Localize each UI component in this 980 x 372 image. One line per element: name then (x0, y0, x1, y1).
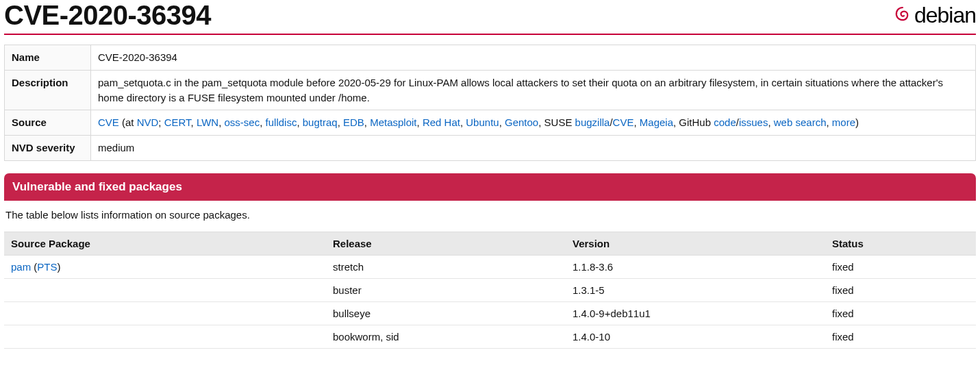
packages-intro: The table below lists information on sou… (5, 209, 976, 221)
pkg-cell-source-package (4, 325, 326, 348)
pkg-cell-status: fixed (825, 301, 976, 325)
pkg-cell-release: bookworm, sid (326, 325, 566, 348)
pkg-cell-status: fixed (825, 325, 976, 348)
source-link-gentoo[interactable]: Gentoo (505, 116, 538, 128)
info-row-description: Description pam_setquota.c in the pam_se… (5, 70, 976, 110)
debian-logo[interactable]: debian (892, 3, 976, 28)
packages-header-row: Source Package Release Version Status (4, 232, 976, 255)
debian-logo-text: debian (914, 3, 976, 28)
source-link-lwn[interactable]: LWN (197, 116, 218, 128)
pkg-cell-status: fixed (825, 278, 976, 301)
pkg-cell-source-package (4, 278, 326, 301)
pkg-header-source-package: Source Package (4, 232, 326, 255)
page-title: CVE-2020-36394 (4, 0, 211, 31)
section-header-vulnerable: Vulnerable and fixed packages (4, 173, 976, 201)
source-link-edb[interactable]: EDB (343, 116, 364, 128)
info-label-nvd-severity: NVD severity (5, 136, 91, 161)
pkg-cell-source-package (4, 301, 326, 325)
source-link-web-search[interactable]: web search (774, 116, 827, 128)
source-link-cve[interactable]: CVE (98, 116, 119, 128)
info-label-description: Description (5, 70, 91, 110)
debian-swirl-icon (892, 3, 913, 28)
pkg-cell-version: 1.3.1-5 (566, 278, 825, 301)
info-label-name: Name (5, 45, 91, 71)
info-table: Name CVE-2020-36394 Description pam_setq… (4, 45, 976, 161)
source-link-cert[interactable]: CERT (164, 116, 191, 128)
info-row-source: Source CVE (at NVD; CERT, LWN, oss-sec, … (5, 110, 976, 136)
pkg-cell-release: bullseye (326, 301, 566, 325)
source-text-github: GitHub (679, 116, 714, 128)
page: CVE-2020-36394 debian Name CVE-2020-3639… (0, 0, 980, 356)
pkg-cell-release: buster (326, 278, 566, 301)
pkg-cell-version: 1.4.0-10 (566, 325, 825, 348)
source-link-red-hat[interactable]: Red Hat (423, 116, 460, 128)
pkg-cell-status: fixed (825, 255, 976, 278)
source-link-ubuntu[interactable]: Ubuntu (466, 116, 499, 128)
header-row: CVE-2020-36394 debian (4, 0, 976, 35)
info-value-source: CVE (at NVD; CERT, LWN, oss-sec, fulldis… (91, 110, 976, 136)
source-link-bugtraq[interactable]: bugtraq (303, 116, 338, 128)
pkg-link-pam[interactable]: pam (11, 261, 31, 273)
info-value-nvd-severity: medium (91, 136, 976, 161)
source-text-suse: SUSE (544, 116, 575, 128)
table-row: bookworm, sid 1.4.0-10 fixed (4, 325, 976, 348)
source-link-metasploit[interactable]: Metasploit (370, 116, 416, 128)
source-link-more[interactable]: more (832, 116, 855, 128)
source-link-nvd[interactable]: NVD (137, 116, 159, 128)
source-link-cve2[interactable]: CVE (613, 116, 634, 128)
table-row: pam (PTS) stretch 1.1.8-3.6 fixed (4, 255, 976, 278)
pkg-header-version: Version (566, 232, 825, 255)
pkg-header-status: Status (825, 232, 976, 255)
packages-table: Source Package Release Version Status pa… (4, 232, 976, 349)
pkg-cell-version: 1.4.0-9+deb11u1 (566, 301, 825, 325)
info-row-nvd-severity: NVD severity medium (5, 136, 976, 161)
info-value-name: CVE-2020-36394 (91, 45, 976, 71)
source-link-issues[interactable]: issues (739, 116, 768, 128)
source-link-bugzilla[interactable]: bugzilla (575, 116, 610, 128)
source-link-code[interactable]: code (714, 116, 736, 128)
source-link-mageia[interactable]: Mageia (640, 116, 673, 128)
source-link-oss-sec[interactable]: oss-sec (225, 116, 260, 128)
info-row-name: Name CVE-2020-36394 (5, 45, 976, 71)
info-value-description: pam_setquota.c in the pam_setquota modul… (91, 70, 976, 110)
info-label-source: Source (5, 110, 91, 136)
table-row: bullseye 1.4.0-9+deb11u1 fixed (4, 301, 976, 325)
pkg-cell-version: 1.1.8-3.6 (566, 255, 825, 278)
pkg-header-release: Release (326, 232, 566, 255)
table-row: buster 1.3.1-5 fixed (4, 278, 976, 301)
pkg-link-pts[interactable]: PTS (37, 261, 57, 273)
pkg-cell-release: stretch (326, 255, 566, 278)
pkg-cell-source-package: pam (PTS) (4, 255, 326, 278)
source-link-fulldisc[interactable]: fulldisc (266, 116, 297, 128)
